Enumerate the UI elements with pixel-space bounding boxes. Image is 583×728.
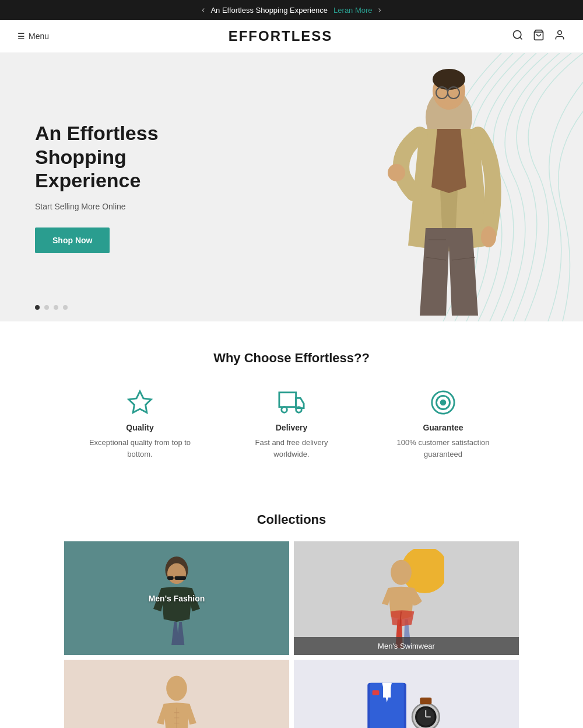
dot-2[interactable] — [44, 305, 49, 310]
feature-delivery-name: Delivery — [276, 423, 307, 432]
hero-man-figure — [361, 59, 536, 316]
collections-grid: Men's Fashion — [64, 541, 519, 728]
features-list: Quality Exceptional quality from top to … — [23, 389, 560, 460]
svg-point-28 — [166, 676, 187, 701]
hero-content: An Effortless Shopping Experience Start … — [0, 86, 245, 288]
accessories-figure — [363, 670, 450, 729]
why-choose-section: Why Choose Effortless?? Quality Exceptio… — [0, 321, 583, 489]
swimwear-figure — [368, 549, 444, 648]
truck-icon — [278, 389, 305, 416]
next-arrow[interactable]: › — [378, 5, 381, 15]
feature-delivery-desc: Fast and free delivery worldwide. — [239, 437, 344, 460]
account-icon[interactable] — [554, 29, 566, 44]
feature-delivery: Delivery Fast and free delivery worldwid… — [239, 389, 344, 460]
hero-section: An Effortless Shopping Experience Start … — [0, 53, 583, 321]
menu-icon: ☰ — [17, 32, 25, 41]
svg-line-1 — [520, 37, 522, 39]
svg-rect-24 — [167, 576, 174, 579]
collection-mens-fashion[interactable]: Men's Fashion — [64, 541, 289, 655]
dot-1[interactable] — [35, 305, 40, 310]
hero-dots — [35, 305, 68, 310]
svg-rect-35 — [373, 690, 380, 695]
svg-point-21 — [441, 400, 445, 405]
announcement-bar: ‹ An Effortless Shopping Experience Lera… — [0, 0, 583, 20]
why-title: Why Choose Effortless?? — [23, 351, 560, 366]
svg-rect-36 — [383, 682, 391, 697]
announcement-text: An Effortless Shopping Experience — [210, 6, 328, 15]
svg-point-0 — [514, 30, 521, 38]
star-icon — [127, 389, 153, 416]
collection-label-mens-fashion: Men's Fashion — [149, 594, 205, 603]
feature-quality-name: Quality — [126, 423, 153, 432]
svg-point-23 — [167, 563, 186, 584]
hero-title: An Effortless Shopping Experience — [35, 121, 210, 192]
collections-section: Collections Men's Fashion — [0, 489, 583, 728]
feature-guarantee-name: Guarantee — [423, 423, 463, 432]
menu-button[interactable]: ☰ Menu — [17, 32, 49, 41]
svg-point-6 — [433, 69, 465, 90]
feature-guarantee: Guarantee 100% customer satisfaction gua… — [391, 389, 496, 460]
collection-bg-3 — [64, 660, 289, 728]
collection-label-mens-swimwear: Men's Swimwear — [294, 637, 519, 655]
svg-point-17 — [282, 407, 287, 413]
svg-rect-44 — [420, 697, 431, 704]
collection-mens-swimwear[interactable]: Men's Swimwear — [294, 541, 519, 655]
collection-bg-4 — [294, 660, 519, 728]
collection-mens-accessories[interactable]: Men's Accessories — [294, 660, 519, 728]
site-logo[interactable]: EFFORTLESS — [49, 28, 512, 44]
collection-mens-underwear[interactable]: Men's Underwear — [64, 660, 289, 728]
dot-3[interactable] — [54, 305, 58, 310]
hero-image — [245, 53, 583, 321]
collections-title: Collections — [23, 512, 560, 527]
svg-point-3 — [558, 30, 562, 34]
menu-label: Menu — [29, 32, 49, 41]
header-actions — [512, 29, 566, 44]
svg-rect-25 — [174, 576, 186, 579]
shop-now-button[interactable]: Shop Now — [35, 228, 110, 253]
header: ☰ Menu EFFORTLESS — [0, 20, 583, 53]
feature-guarantee-desc: 100% customer satisfaction guaranteed — [391, 437, 496, 460]
underwear-figure — [142, 668, 212, 728]
svg-point-14 — [481, 226, 496, 247]
svg-point-27 — [391, 559, 412, 584]
badge-icon — [430, 389, 456, 416]
prev-arrow[interactable]: ‹ — [202, 5, 205, 15]
cart-icon[interactable] — [533, 29, 545, 44]
feature-quality-desc: Exceptional quality from top to bottom. — [87, 437, 192, 460]
dot-4[interactable] — [63, 305, 68, 310]
feature-quality: Quality Exceptional quality from top to … — [87, 389, 192, 460]
search-icon[interactable] — [512, 29, 524, 44]
hero-subtitle: Start Selling More Online — [35, 202, 210, 211]
svg-point-13 — [388, 164, 405, 181]
learn-more-link[interactable]: Leran More — [333, 6, 372, 15]
svg-rect-16 — [279, 393, 296, 407]
svg-marker-15 — [129, 391, 151, 412]
